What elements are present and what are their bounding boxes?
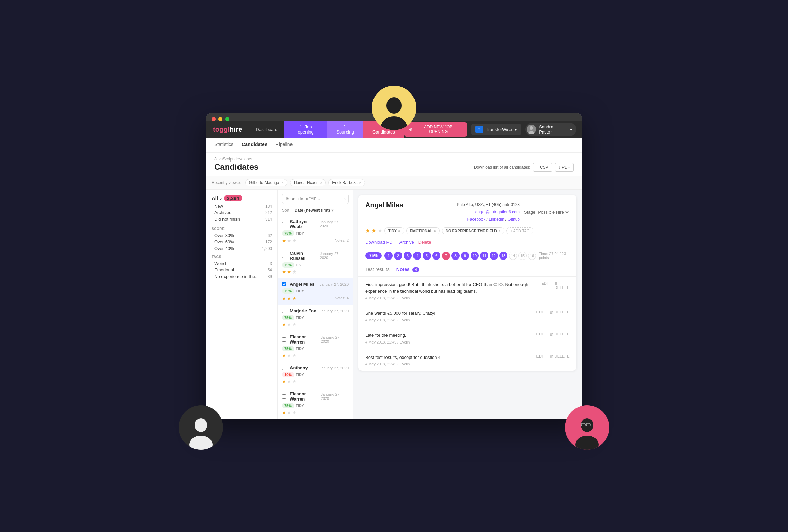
delete-link[interactable]: Delete: [418, 240, 431, 245]
github-link[interactable]: Github: [508, 217, 520, 222]
candidate-checkbox-5[interactable]: [282, 366, 286, 370]
filter-new[interactable]: New 134: [214, 204, 272, 209]
facebook-link[interactable]: Facebook: [467, 217, 486, 222]
filter-over40[interactable]: Over 40% 1,200: [214, 246, 272, 251]
filter-tag-no-experience[interactable]: No experience in the... 89: [214, 274, 272, 279]
edit-note-1-button[interactable]: EDIT: [536, 310, 545, 314]
note-actions-2: EDIT 🗑 DELETE: [536, 332, 570, 336]
candidate-checkbox-3[interactable]: [282, 309, 286, 313]
add-tag-button[interactable]: + ADD TAG: [506, 227, 533, 234]
tab-pipeline[interactable]: Pipeline: [275, 138, 293, 152]
recently-viewed-chip-0[interactable]: Gilberto Madrigal ×: [245, 179, 287, 186]
tab-test-results[interactable]: Test results: [365, 263, 390, 276]
candidate-checkbox-2[interactable]: [282, 282, 286, 286]
delete-note-2-button[interactable]: 🗑 DELETE: [549, 332, 570, 336]
nav-sourcing[interactable]: 2. Sourcing: [327, 121, 363, 138]
tags-row: ★ ★ ★ TIDY × EMOTIONAL ×: [358, 227, 576, 238]
traffic-light-yellow[interactable]: [218, 117, 222, 121]
candidate-checkbox-6[interactable]: [282, 394, 286, 399]
plus-icon: ⊕: [409, 127, 412, 132]
csv-download-button[interactable]: ↓ CSV: [533, 163, 552, 172]
tab-statistics[interactable]: Statistics: [214, 138, 233, 152]
pdf-download-button[interactable]: ↓ PDF: [555, 163, 574, 172]
edit-note-3-button[interactable]: EDIT: [536, 354, 545, 358]
close-tag-noexp-icon[interactable]: ×: [498, 229, 500, 233]
stars-5: ★★★: [282, 379, 349, 384]
step-6[interactable]: 6: [432, 252, 440, 260]
edit-note-2-button[interactable]: EDIT: [536, 332, 545, 336]
candidate-item-4[interactable]: Eleanor Warren January 27, 2020 75% TIDY…: [278, 331, 353, 362]
step-3[interactable]: 3: [404, 252, 412, 260]
candidate-score-4: 75%: [282, 346, 294, 351]
archive-link[interactable]: Archive: [399, 240, 414, 245]
svg-point-4: [581, 418, 593, 432]
step-13[interactable]: 13: [499, 252, 507, 260]
search-icon: ⌕: [343, 196, 346, 201]
delete-note-0-button[interactable]: 🗑 DELETE: [554, 281, 570, 290]
close-chip-0-icon[interactable]: ×: [282, 181, 284, 185]
candidate-item-0[interactable]: Kathryn Webb January 27, 2020 75% TIDY ★…: [278, 215, 353, 247]
step-9[interactable]: 9: [461, 252, 469, 260]
filter-over80[interactable]: Over 80% 62: [214, 233, 272, 238]
tab-notes[interactable]: Notes 4: [396, 263, 419, 276]
step-2[interactable]: 2: [394, 252, 402, 260]
filter-tag-weird[interactable]: Weird 3: [214, 261, 272, 266]
add-job-opening-button[interactable]: ⊕ ADD NEW JOB OPENING: [404, 122, 467, 137]
search-input[interactable]: [282, 194, 349, 204]
filter-tag-emotional[interactable]: Emotional 54: [214, 267, 272, 272]
step-5[interactable]: 5: [423, 252, 431, 260]
filter-did-not-finish[interactable]: Did not finish 314: [214, 216, 272, 222]
step-16[interactable]: 16: [528, 252, 536, 260]
step-7[interactable]: 7: [442, 252, 450, 260]
filter-over60[interactable]: Over 60% 172: [214, 239, 272, 244]
candidate-checkbox-0[interactable]: [282, 222, 286, 226]
company-icon: T: [475, 126, 483, 133]
close-tag-emotional-icon[interactable]: ×: [434, 229, 436, 233]
step-15[interactable]: 15: [518, 252, 527, 260]
close-tag-tidy-icon[interactable]: ×: [398, 229, 400, 233]
step-14[interactable]: 14: [509, 252, 517, 260]
svg-point-1: [381, 116, 407, 130]
tag-emotional[interactable]: EMOTIONAL ×: [406, 227, 440, 234]
traffic-light-green[interactable]: [225, 117, 229, 121]
candidate-checkbox-4[interactable]: [282, 337, 286, 342]
nav-dashboard[interactable]: Dashboard: [249, 121, 285, 138]
candidate-checkbox-1[interactable]: [282, 254, 286, 258]
candidate-item-1[interactable]: Calvin Russell January 27, 2020 75% OK ★…: [278, 247, 353, 278]
delete-note-3-button[interactable]: 🗑 DELETE: [549, 354, 570, 358]
recently-viewed-chip-2[interactable]: Erick Barboza ×: [328, 179, 365, 186]
step-11[interactable]: 11: [480, 252, 488, 260]
step-8[interactable]: 8: [451, 252, 460, 260]
tag-tidy[interactable]: TIDY ×: [384, 227, 404, 234]
svg-point-10: [530, 126, 533, 130]
candidate-item-5[interactable]: Anthony January 27, 2020 10% TIDY ★★★: [278, 362, 353, 388]
nav-job-opening[interactable]: 1. Job opening: [284, 121, 327, 138]
traffic-light-red[interactable]: [212, 117, 216, 121]
candidate-item-3[interactable]: Marjorie Fox January 27, 2020 75% TIDY ★…: [278, 305, 353, 331]
filter-all[interactable]: All › 2,294: [212, 195, 272, 201]
edit-note-0-button[interactable]: EDIT: [541, 281, 550, 290]
detail-panel: Angel Miles Palo Alto, USA, +1 (405) 555…: [353, 190, 582, 419]
delete-note-1-button[interactable]: 🗑 DELETE: [549, 310, 570, 314]
filter-archived[interactable]: Archived 212: [214, 210, 272, 215]
user-menu[interactable]: Sandra Pastor ▾: [525, 123, 576, 136]
step-10[interactable]: 10: [471, 252, 479, 260]
recently-viewed-chip-1[interactable]: Павел Исаев ×: [290, 179, 326, 186]
tab-candidates[interactable]: Candidates: [242, 138, 267, 152]
stage-selector[interactable]: Stage: Possible Hire: [522, 209, 570, 215]
candidate-item-2[interactable]: Angel Miles January 27, 2020 75% TIDY ★★…: [278, 278, 353, 305]
step-4[interactable]: 4: [413, 252, 421, 260]
candidate-item-6[interactable]: Eleanor Warren January 27, 2020 75% TIDY…: [278, 388, 353, 419]
candidate-score-3: 75%: [282, 315, 294, 320]
close-chip-1-icon[interactable]: ×: [320, 181, 322, 185]
bottom-left-avatar-decoration: [179, 405, 223, 450]
step-12[interactable]: 12: [490, 252, 498, 260]
stars-2: ★★★: [282, 296, 297, 301]
step-1[interactable]: 1: [384, 252, 393, 260]
sort-chevron-icon[interactable]: ▾: [331, 208, 334, 213]
close-chip-2-icon[interactable]: ×: [359, 181, 361, 185]
company-selector[interactable]: T TransferWise ▾: [471, 124, 521, 135]
tag-no-experience[interactable]: NO EXPERIENCE THE FIELD ×: [442, 227, 504, 234]
linkedin-link[interactable]: LinkedIn: [489, 217, 504, 222]
download-pdf-link[interactable]: Download PDF: [365, 240, 395, 245]
